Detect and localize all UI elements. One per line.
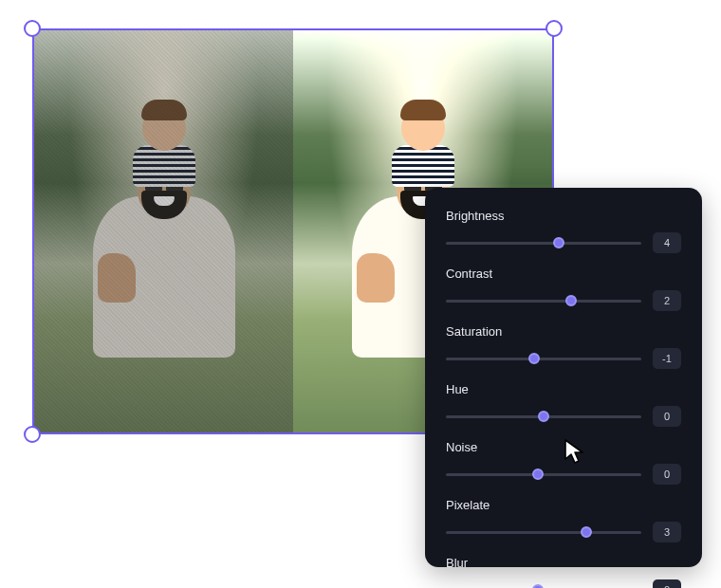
- resize-handle-bottom-left[interactable]: [24, 426, 41, 443]
- slider-contrast: Contrast 2: [446, 266, 681, 311]
- slider-value: 0: [653, 406, 681, 427]
- slider-label: Noise: [446, 440, 681, 454]
- slider-brightness: Brightness 4: [446, 209, 681, 253]
- resize-handle-top-right[interactable]: [545, 20, 563, 37]
- slider-label: Saturation: [446, 324, 681, 339]
- slider-value: 0: [653, 579, 681, 588]
- slider-value: -1: [653, 348, 681, 369]
- slider-value: 4: [653, 232, 681, 253]
- slider-noise: Noise 0: [446, 440, 681, 485]
- resize-handle-top-left[interactable]: [24, 20, 41, 37]
- slider-hue: Hue 0: [446, 382, 681, 427]
- slider-track-pixelate[interactable]: [446, 531, 641, 534]
- slider-track-hue[interactable]: [446, 415, 641, 418]
- slider-blur: Blur 0: [446, 556, 681, 588]
- slider-label: Brightness: [446, 209, 681, 223]
- slider-value: 0: [653, 464, 681, 485]
- adjustments-panel: Brightness 4 Contrast 2 Saturation -1 Hu…: [425, 188, 702, 567]
- slider-saturation: Saturation -1: [446, 324, 681, 369]
- slider-label: Pixelate: [446, 498, 681, 512]
- slider-track-saturation[interactable]: [446, 358, 641, 360]
- slider-label: Blur: [446, 556, 681, 570]
- slider-track-contrast[interactable]: [446, 300, 641, 303]
- slider-label: Contrast: [446, 266, 681, 281]
- slider-value: 2: [653, 290, 681, 311]
- slider-label: Hue: [446, 382, 681, 396]
- slider-value: 3: [653, 522, 681, 542]
- slider-track-noise[interactable]: [446, 473, 641, 476]
- before-image: [34, 30, 293, 432]
- slider-track-brightness[interactable]: [446, 242, 641, 245]
- slider-pixelate: Pixelate 3: [446, 498, 681, 542]
